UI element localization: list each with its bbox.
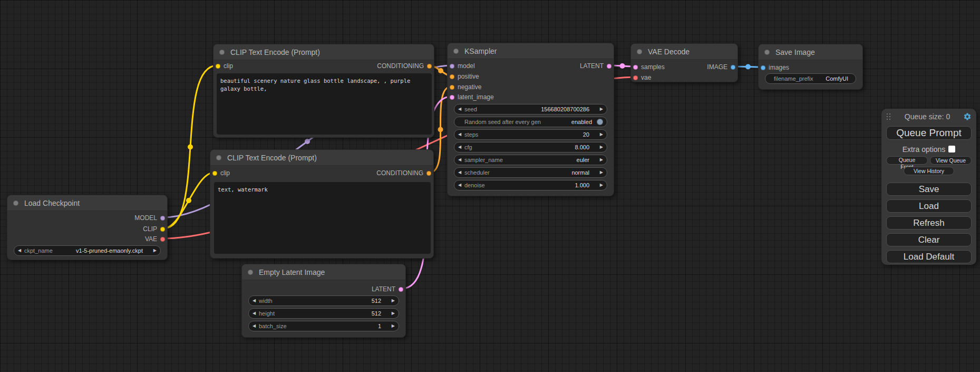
prompt-textarea[interactable]: text, watermark [214,182,431,254]
latent_image-slot-dot[interactable] [450,95,454,100]
widget-seed[interactable]: ◀seed156680208700286▶ [454,104,607,115]
widget-scheduler[interactable]: ◀schedulernormal▶ [454,167,607,178]
negative-slot-dot[interactable] [450,85,454,90]
queue-prompt-button[interactable]: Queue Prompt [886,126,972,140]
increment-arrow-icon[interactable]: ▶ [600,107,603,111]
widget-random-seed-after-every-gen[interactable]: Random seed after every genenabled [454,117,607,127]
node-title-bar[interactable]: CLIP Text Encode (Prompt) [210,150,433,166]
images-slot-dot[interactable] [761,65,765,70]
CONDITIONING-output-slot[interactable]: CONDITIONING [376,168,433,178]
increment-arrow-icon[interactable]: ▶ [392,324,395,328]
increment-arrow-icon[interactable]: ▶ [153,249,157,253]
decrement-arrow-icon[interactable]: ◀ [253,299,256,303]
LATENT-slot-dot[interactable] [399,287,403,292]
clip-input-slot[interactable]: clip [210,168,230,178]
collapse-dot-icon[interactable] [764,50,770,55]
decrement-arrow-icon[interactable]: ◀ [253,324,256,328]
CLIP-output-slot[interactable]: CLIP [143,224,167,234]
node-title-bar[interactable]: CLIP Text Encode (Prompt) [214,44,434,60]
widget-filename-prefix[interactable]: filename_prefixComfyUI [765,73,856,84]
model-slot-dot[interactable] [450,64,454,69]
increment-arrow-icon[interactable]: ▶ [600,158,603,162]
increment-arrow-icon[interactable]: ▶ [600,183,603,187]
empty-latent-image-node[interactable]: Empty Latent ImageLATENT◀width512▶◀heigh… [241,264,406,338]
vae-input-slot[interactable]: vae [631,73,651,82]
CONDITIONING-slot-dot[interactable] [427,64,432,69]
load-checkpoint-node[interactable]: Load CheckpointMODELCLIPVAE◀ckpt_namev1-… [7,195,168,260]
decrement-arrow-icon[interactable]: ◀ [458,183,461,187]
VAE-slot-dot[interactable] [160,237,165,242]
CONDITIONING-output-slot[interactable]: CONDITIONING [377,61,434,71]
decrement-arrow-icon[interactable]: ◀ [458,158,461,162]
model-input-slot[interactable]: model [448,61,475,71]
widget-batch-size[interactable]: ◀batch_size1▶ [248,321,399,331]
clip-slot-dot[interactable] [212,171,217,176]
positive-slot-dot[interactable] [450,74,454,79]
load-default-button[interactable]: Load Default [886,250,972,263]
settings-gear-icon[interactable] [963,112,972,121]
collapse-dot-icon[interactable] [453,49,459,54]
node-title-bar[interactable]: Load Checkpoint [7,195,167,211]
MODEL-output-slot[interactable]: MODEL [134,213,167,223]
node-title-bar[interactable]: Save Image [759,44,862,60]
load-button[interactable]: Load [886,199,972,213]
clip-text-encode-positive-node[interactable]: CLIP Text Encode (Prompt)clipCONDITIONIN… [213,44,434,138]
collapse-dot-icon[interactable] [216,155,221,160]
vae-decode-node[interactable]: VAE DecodesamplesvaeIMAGE [630,43,738,82]
node-title-bar[interactable]: KSampler [448,43,614,59]
VAE-output-slot[interactable]: VAE [145,234,167,244]
collapse-dot-icon[interactable] [13,201,18,206]
increment-arrow-icon[interactable]: ▶ [600,132,603,137]
widget-sampler-name[interactable]: ◀sampler_nameeuler▶ [454,155,607,165]
positive-input-slot[interactable]: positive [448,72,479,81]
samples-input-slot[interactable]: samples [631,62,665,72]
clip-slot-dot[interactable] [216,64,220,69]
collapse-dot-icon[interactable] [637,49,642,54]
view-history-button[interactable]: View History [904,167,954,175]
prompt-textarea[interactable]: beautiful scenery nature glass bottle la… [217,73,432,135]
LATENT-output-slot[interactable]: LATENT [372,284,405,294]
toggle-knob-icon[interactable] [597,119,603,125]
collapse-dot-icon[interactable] [248,270,253,275]
clip-input-slot[interactable]: clip [214,61,233,71]
widget-width[interactable]: ◀width512▶ [248,295,399,306]
IMAGE-output-slot[interactable]: IMAGE [707,62,738,72]
vae-slot-dot[interactable] [633,75,638,80]
decrement-arrow-icon[interactable]: ◀ [18,249,21,253]
decrement-arrow-icon[interactable]: ◀ [458,132,461,137]
panel-drag-handle-icon[interactable] [886,113,891,120]
refresh-button[interactable]: Refresh [886,216,972,230]
MODEL-slot-dot[interactable] [160,216,165,221]
decrement-arrow-icon[interactable]: ◀ [253,311,256,316]
save-image-node[interactable]: Save Imageimagesfilename_prefixComfyUI [758,44,863,90]
CLIP-slot-dot[interactable] [160,227,165,232]
increment-arrow-icon[interactable]: ▶ [392,299,395,303]
increment-arrow-icon[interactable]: ▶ [600,145,603,149]
collapse-dot-icon[interactable] [219,50,225,55]
images-input-slot[interactable]: images [759,63,789,72]
increment-arrow-icon[interactable]: ▶ [600,170,603,175]
widget-denoise[interactable]: ◀denoise1.000▶ [454,180,607,190]
decrement-arrow-icon[interactable]: ◀ [458,107,461,111]
view-queue-button[interactable]: View Queue [930,156,972,165]
LATENT-slot-dot[interactable] [607,64,612,69]
extra-options-checkbox[interactable] [948,146,955,152]
IMAGE-slot-dot[interactable] [731,65,735,70]
ksampler-node[interactable]: KSamplermodelpositivenegativelatent_imag… [447,43,614,196]
CONDITIONING-slot-dot[interactable] [426,171,431,176]
clip-text-encode-negative-node[interactable]: CLIP Text Encode (Prompt)clipCONDITIONIN… [210,149,434,259]
widget-steps[interactable]: ◀steps20▶ [454,129,607,140]
samples-slot-dot[interactable] [633,65,638,70]
widget-height[interactable]: ◀height512▶ [248,308,399,319]
save-button[interactable]: Save [886,183,972,196]
clear-button[interactable]: Clear [886,233,972,246]
decrement-arrow-icon[interactable]: ◀ [458,145,461,149]
node-title-bar[interactable]: VAE Decode [631,44,738,60]
node-title-bar[interactable]: Empty Latent Image [242,264,405,280]
widget-cfg[interactable]: ◀cfg8.000▶ [454,142,607,152]
latent_image-input-slot[interactable]: latent_image [448,92,494,102]
node-graph-canvas[interactable]: Load CheckpointMODELCLIPVAE◀ckpt_namev1-… [0,0,980,372]
LATENT-output-slot[interactable]: LATENT [580,61,614,71]
decrement-arrow-icon[interactable]: ◀ [458,170,461,175]
increment-arrow-icon[interactable]: ▶ [392,311,395,316]
